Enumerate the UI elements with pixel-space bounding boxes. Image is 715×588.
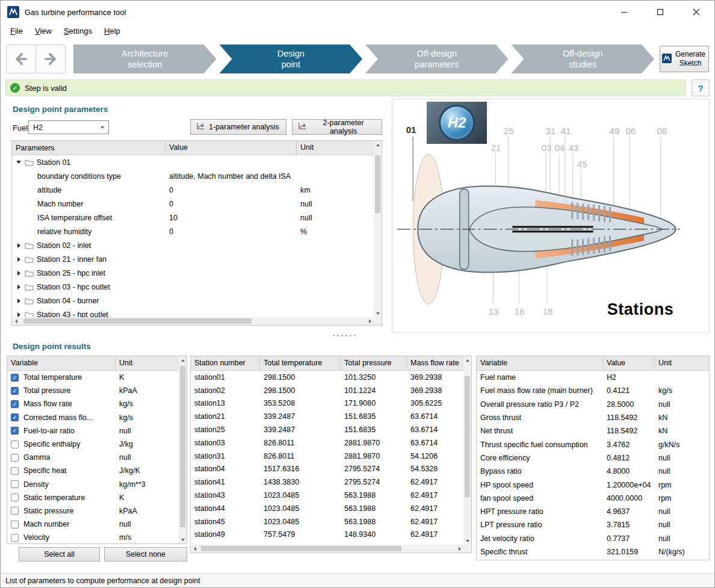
variable-checkbox[interactable] [11, 507, 19, 515]
column-header-unit[interactable]: Unit [297, 141, 374, 155]
station-result-row[interactable]: station441023.0485563.198862.4917 [191, 502, 463, 515]
scroll-down-button[interactable] [463, 537, 471, 545]
help-button[interactable]: ? [692, 79, 710, 96]
variable-row[interactable]: Total pressurekPaA [7, 384, 179, 397]
summary-result-row[interactable]: Gross thrust118.5492kN [477, 411, 709, 424]
wizard-step-off-design-studies[interactable]: Off-designstudies [512, 45, 655, 73]
scroll-track[interactable] [374, 149, 382, 309]
variable-row[interactable]: Mach numbernull [7, 518, 179, 531]
minimize-button[interactable] [606, 1, 642, 23]
two-parameter-analysis-button[interactable]: 2-parameter analysis [292, 119, 382, 135]
column-header-total-temperature[interactable]: Total temperature [260, 356, 341, 370]
scroll-thumb[interactable] [23, 318, 252, 324]
summary-result-row[interactable]: HPT pressure ratio4.9637null [477, 505, 709, 518]
variable-row[interactable]: Static temperatureK [7, 491, 179, 504]
variable-checkbox[interactable] [11, 441, 19, 448]
variable-row[interactable]: Velocitym/s [7, 531, 179, 543]
station-result-row[interactable]: station041517.63162795.527454.5328 [191, 463, 463, 476]
variable-row[interactable]: Total temperatureK [7, 371, 179, 384]
summary-result-row[interactable]: HP spool speed1.20000e+04rpm [477, 478, 709, 491]
collapse-arrow-icon[interactable] [16, 257, 22, 262]
variable-row[interactable]: Fuel-to-air rationull [7, 424, 179, 438]
menu-item-file[interactable]: File [4, 25, 29, 37]
parameter-group-row[interactable]: Station 01 [12, 155, 374, 169]
scroll-thumb[interactable] [375, 155, 380, 213]
generate-sketch-button[interactable]: Generate Sketch [660, 46, 709, 72]
parameter-row[interactable]: altitude0km [12, 183, 374, 197]
summary-result-row[interactable]: Fuel nameH2 [477, 371, 709, 384]
summary-result-row[interactable]: LPT pressure ratio3.7815null [477, 518, 709, 531]
station-result-row[interactable]: station25339.2487151.683563.6714 [191, 423, 463, 436]
summary-result-row[interactable]: Jet velocity ratio0.7737null [477, 532, 709, 545]
close-button[interactable] [678, 1, 714, 23]
back-button[interactable] [6, 45, 36, 73]
scroll-thumb[interactable] [180, 366, 185, 527]
collapse-arrow-icon[interactable] [16, 312, 22, 317]
stations-vertical-scrollbar[interactable] [463, 356, 471, 545]
scroll-up-button[interactable] [374, 141, 382, 149]
summary-result-row[interactable]: Specific thrust321.0159N/(kg/s) [477, 545, 709, 559]
parameters-vertical-scrollbar[interactable] [374, 141, 382, 317]
variable-checkbox[interactable] [11, 534, 19, 542]
scroll-right-button[interactable] [366, 317, 374, 325]
scroll-thumb[interactable] [201, 546, 401, 551]
scroll-track[interactable] [463, 364, 471, 537]
column-header-mass-flow-rate[interactable]: Mass flow rate [407, 356, 463, 370]
collapse-arrow-icon[interactable] [16, 243, 22, 248]
column-header-variable[interactable]: Variable [477, 356, 603, 370]
one-parameter-analysis-button[interactable]: 1-parameter analysis [190, 119, 286, 135]
variable-checkbox[interactable] [11, 454, 19, 462]
station-result-row[interactable]: station431023.0485563.198862.4917 [191, 489, 463, 502]
parameter-row[interactable]: relative humidity0% [12, 224, 374, 238]
scroll-up-button[interactable] [463, 356, 471, 364]
station-result-row[interactable]: station21339.2487151.683563.6714 [191, 410, 463, 423]
scroll-left-button[interactable] [191, 545, 199, 552]
variables-vertical-scrollbar[interactable] [179, 356, 187, 543]
parameter-row[interactable]: boundary conditions typealtitude, Mach n… [12, 169, 374, 183]
variable-checkbox[interactable] [11, 521, 19, 528]
horizontal-splitter[interactable] [1, 333, 714, 338]
station-result-row[interactable]: station451023.0485563.198862.4917 [191, 515, 463, 528]
variable-row[interactable]: Gammanull [7, 451, 179, 464]
wizard-step-off-design-parameters[interactable]: Off-designparameters [365, 45, 509, 73]
scroll-thumb[interactable] [465, 376, 470, 497]
stations-horizontal-scrollbar[interactable] [191, 545, 463, 552]
wizard-step-design-point[interactable]: Designpoint [220, 45, 363, 73]
splitter-grip[interactable] [332, 334, 357, 337]
collapse-arrow-icon[interactable] [16, 299, 22, 303]
parameter-group-row[interactable]: Station 25 - hpc inlet [12, 266, 374, 280]
menu-item-help[interactable]: Help [98, 25, 126, 37]
scroll-left-button[interactable] [12, 317, 20, 325]
scroll-up-button[interactable] [179, 356, 187, 364]
forward-button[interactable] [36, 45, 66, 73]
variable-checkbox[interactable] [11, 387, 19, 395]
variable-row[interactable]: Corrected mass flo...kg/s [7, 411, 179, 424]
scroll-right-button[interactable] [456, 545, 463, 552]
variable-row[interactable]: Static pressurekPaA [7, 504, 179, 518]
summary-result-row[interactable]: Overall pressure ratio P3 / P228.5000nul… [477, 398, 709, 411]
collapse-arrow-icon[interactable] [16, 271, 22, 276]
variable-checkbox[interactable] [11, 467, 19, 475]
parameter-row[interactable]: Mach number0null [12, 197, 374, 211]
summary-result-row[interactable]: Fuel mass flow rate (main burner)0.4121k… [477, 384, 709, 397]
scroll-track[interactable] [179, 364, 187, 536]
maximize-button[interactable] [642, 1, 678, 23]
column-header-value[interactable]: Value [166, 141, 297, 155]
variable-row[interactable]: Specific enthalpyJ/kg [7, 438, 179, 451]
column-header-total-pressure[interactable]: Total pressure [341, 356, 407, 370]
station-result-row[interactable]: station13353.5208171.9080305.6225 [191, 397, 463, 410]
menu-item-view[interactable]: View [29, 25, 58, 37]
scroll-track[interactable] [199, 545, 456, 552]
scroll-down-button[interactable] [179, 536, 187, 543]
parameter-group-row[interactable]: Station 43 - hpt outlet [12, 308, 374, 317]
select-none-button[interactable]: Select none [104, 547, 187, 562]
variable-row[interactable]: Specific heatJ/kg/K [7, 464, 179, 477]
column-header-value[interactable]: Value [603, 356, 655, 370]
variable-checkbox[interactable] [11, 374, 19, 382]
parameter-group-row[interactable]: Station 21 - inner fan [12, 252, 374, 266]
menu-item-settings[interactable]: Settings [58, 25, 98, 37]
summary-result-row[interactable]: fan spool speed4000.0000rpm [477, 492, 709, 505]
column-header-variable[interactable]: Variable [7, 356, 116, 370]
variable-row[interactable]: Mass flow ratekg/s [7, 397, 179, 410]
variable-checkbox[interactable] [11, 413, 19, 421]
